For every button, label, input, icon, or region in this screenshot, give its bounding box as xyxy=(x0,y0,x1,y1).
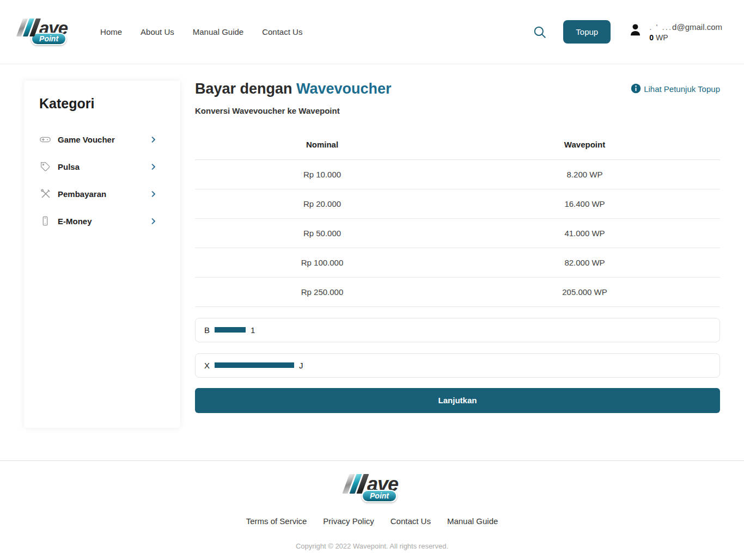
field-text: 1 xyxy=(251,325,255,335)
topup-button[interactable]: Topup xyxy=(563,20,611,44)
nav-manual-guide[interactable]: Manual Guide xyxy=(193,27,243,36)
brand-logo[interactable]: ave Point xyxy=(20,19,68,45)
main-panel: Bayar dengan Wavevoucher Lihat Petunjuk … xyxy=(195,81,720,428)
column-header-nominal: Nominal xyxy=(195,130,449,159)
sidebar-title: Kategori xyxy=(39,96,165,112)
nominal-cell: Rp 250.000 xyxy=(195,277,449,306)
help-link[interactable]: Lihat Petunjuk Topup xyxy=(631,83,720,95)
footer-link-manual[interactable]: Manual Guide xyxy=(447,516,498,526)
field-text: X xyxy=(204,361,210,370)
account-menu[interactable]: . ' ...d@gmail.com 0WP xyxy=(628,22,722,42)
conversion-subtitle: Konversi Wavevoucher ke Wavepoint xyxy=(195,106,720,115)
footer-links: Terms of Service Privacy Policy Contact … xyxy=(0,516,744,526)
page-title: Bayar dengan Wavevoucher xyxy=(195,81,392,97)
header: ave Point Home About Us Manual Guide Con… xyxy=(0,0,744,64)
column-header-wavepoint: Wavepoint xyxy=(449,130,720,159)
footer-link-contact[interactable]: Contact Us xyxy=(391,516,431,526)
redaction-bar xyxy=(215,327,246,333)
account-info: . ' ...d@gmail.com 0WP xyxy=(649,22,722,42)
chevron-right-icon xyxy=(149,217,157,225)
footer-link-privacy[interactable]: Privacy Policy xyxy=(323,516,374,526)
help-link-label: Lihat Petunjuk Topup xyxy=(644,84,720,94)
wavepoint-cell: 16.400 WP xyxy=(449,189,720,218)
main-nav: Home About Us Manual Guide Contact Us xyxy=(100,27,302,36)
wavepoint-cell: 8.200 WP xyxy=(449,159,720,189)
content-area: Kategori Game Voucher Pulsa xyxy=(0,64,744,460)
lanjutkan-button[interactable]: Lanjutkan xyxy=(195,388,720,413)
footer: ave Point Terms of Service Privacy Polic… xyxy=(0,460,744,560)
chevron-right-icon xyxy=(149,190,157,198)
sidebar-item-label: Pembayaran xyxy=(58,189,106,199)
logo-w-mark xyxy=(346,474,365,494)
voucher-quantity-input[interactable]: B1 xyxy=(195,318,720,342)
logo-point-badge: Point xyxy=(362,490,397,502)
kategori-sidebar: Kategori Game Voucher Pulsa xyxy=(24,81,180,428)
table-row: Rp 10.000 8.200 WP xyxy=(195,159,720,189)
page-title-highlight: Wavevoucher xyxy=(296,81,392,97)
conversion-table: Nominal Wavepoint Rp 10.000 8.200 WP Rp … xyxy=(195,130,720,307)
header-right: Topup . ' ...d@gmail.com 0WP xyxy=(533,20,722,44)
chevron-right-icon xyxy=(149,163,157,171)
voucher-code-input[interactable]: XJ xyxy=(195,353,720,378)
nominal-cell: Rp 100.000 xyxy=(195,248,449,277)
footer-logo: ave Point xyxy=(346,474,398,502)
gamepad-icon xyxy=(39,133,51,145)
nav-about-us[interactable]: About Us xyxy=(141,27,174,36)
sidebar-item-game-voucher[interactable]: Game Voucher xyxy=(39,126,165,153)
nav-contact-us[interactable]: Contact Us xyxy=(262,27,302,36)
nominal-cell: Rp 50.000 xyxy=(195,218,449,248)
table-row: Rp 20.000 16.400 WP xyxy=(195,189,720,218)
chevron-right-icon xyxy=(149,136,157,144)
search-icon[interactable] xyxy=(533,25,547,39)
user-icon xyxy=(628,22,643,39)
sidebar-item-pulsa[interactable]: Pulsa xyxy=(39,153,165,180)
wavepoint-cell: 82.000 WP xyxy=(449,248,720,277)
sidebar-item-label: Game Voucher xyxy=(58,135,115,144)
nominal-cell: Rp 10.000 xyxy=(195,159,449,189)
copyright-text: Copyright © 2022 Wavepoint. All rights r… xyxy=(0,542,744,550)
field-text: B xyxy=(204,325,210,335)
sidebar-item-label: Pulsa xyxy=(58,162,80,171)
table-row: Rp 50.000 41.000 WP xyxy=(195,218,720,248)
sidebar-item-pembayaran[interactable]: Pembayaran xyxy=(39,180,165,207)
table-row: Rp 100.000 82.000 WP xyxy=(195,248,720,277)
table-row: Rp 250.000 205.000 WP xyxy=(195,277,720,306)
wavepoint-cell: 41.000 WP xyxy=(449,218,720,248)
field-text: J xyxy=(299,361,303,370)
nominal-cell: Rp 20.000 xyxy=(195,189,449,218)
user-email: . ' ...d@gmail.com xyxy=(649,22,722,32)
wavepoint-cell: 205.000 WP xyxy=(449,277,720,306)
tools-icon xyxy=(39,188,51,200)
footer-link-terms[interactable]: Terms of Service xyxy=(246,516,307,526)
sidebar-item-e-money[interactable]: E-Money xyxy=(39,207,165,235)
redaction-bar xyxy=(215,362,294,368)
tag-icon xyxy=(39,162,51,172)
logo-w-mark xyxy=(20,19,38,36)
nav-home[interactable]: Home xyxy=(100,27,122,36)
phone-icon xyxy=(39,216,51,226)
sidebar-item-label: E-Money xyxy=(58,217,92,226)
info-icon xyxy=(631,83,641,95)
logo-point-badge: Point xyxy=(31,33,66,45)
wp-balance: 0WP xyxy=(649,33,722,42)
